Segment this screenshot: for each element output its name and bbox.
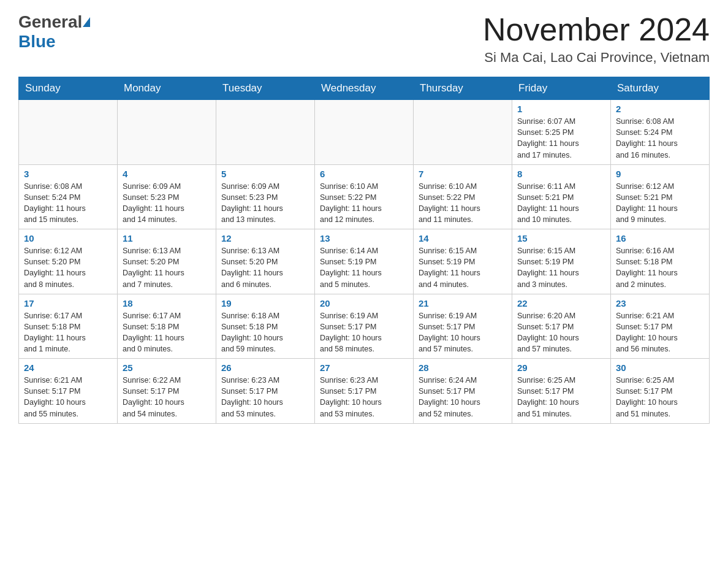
calendar-cell: 27Sunrise: 6:23 AM Sunset: 5:17 PM Dayli… <box>315 359 414 424</box>
calendar-cell: 17Sunrise: 6:17 AM Sunset: 5:18 PM Dayli… <box>19 294 118 359</box>
day-number: 6 <box>320 169 408 179</box>
day-number: 21 <box>419 298 507 308</box>
calendar-cell: 29Sunrise: 6:25 AM Sunset: 5:17 PM Dayli… <box>512 359 611 424</box>
day-number: 26 <box>221 362 309 373</box>
day-info: Sunrise: 6:15 AM Sunset: 5:19 PM Dayligh… <box>419 245 507 290</box>
calendar-cell: 9Sunrise: 6:12 AM Sunset: 5:21 PM Daylig… <box>611 164 710 229</box>
day-number: 23 <box>616 298 704 308</box>
weekday-header-saturday: Saturday <box>611 77 710 100</box>
calendar-header-row: SundayMondayTuesdayWednesdayThursdayFrid… <box>19 77 710 100</box>
day-number: 14 <box>419 233 507 243</box>
week-row-3: 10Sunrise: 6:12 AM Sunset: 5:20 PM Dayli… <box>19 229 710 294</box>
calendar-cell: 26Sunrise: 6:23 AM Sunset: 5:17 PM Dayli… <box>216 359 315 424</box>
day-number: 29 <box>517 362 605 373</box>
day-info: Sunrise: 6:07 AM Sunset: 5:25 PM Dayligh… <box>517 116 605 161</box>
weekday-header-tuesday: Tuesday <box>216 77 315 100</box>
calendar-cell: 15Sunrise: 6:15 AM Sunset: 5:19 PM Dayli… <box>512 229 611 294</box>
logo: General Blue <box>18 12 90 52</box>
calendar-cell <box>216 100 315 165</box>
day-number: 2 <box>616 104 704 114</box>
weekday-header-monday: Monday <box>118 77 216 100</box>
day-number: 17 <box>24 298 112 308</box>
calendar-cell: 1Sunrise: 6:07 AM Sunset: 5:25 PM Daylig… <box>512 100 611 165</box>
calendar-cell: 21Sunrise: 6:19 AM Sunset: 5:17 PM Dayli… <box>414 294 512 359</box>
calendar-cell: 4Sunrise: 6:09 AM Sunset: 5:23 PM Daylig… <box>118 164 216 229</box>
calendar-cell: 6Sunrise: 6:10 AM Sunset: 5:22 PM Daylig… <box>315 164 414 229</box>
weekday-header-wednesday: Wednesday <box>315 77 414 100</box>
calendar-cell: 5Sunrise: 6:09 AM Sunset: 5:23 PM Daylig… <box>216 164 315 229</box>
day-info: Sunrise: 6:10 AM Sunset: 5:22 PM Dayligh… <box>419 181 507 226</box>
day-number: 8 <box>517 169 605 179</box>
day-info: Sunrise: 6:24 AM Sunset: 5:17 PM Dayligh… <box>419 375 507 419</box>
calendar-cell: 18Sunrise: 6:17 AM Sunset: 5:18 PM Dayli… <box>118 294 216 359</box>
calendar-cell <box>315 100 414 165</box>
logo-general: General <box>18 12 82 32</box>
calendar-cell: 3Sunrise: 6:08 AM Sunset: 5:24 PM Daylig… <box>19 164 118 229</box>
day-info: Sunrise: 6:21 AM Sunset: 5:17 PM Dayligh… <box>616 310 704 355</box>
day-number: 27 <box>320 362 408 373</box>
calendar-table: SundayMondayTuesdayWednesdayThursdayFrid… <box>18 77 710 424</box>
calendar-cell: 14Sunrise: 6:15 AM Sunset: 5:19 PM Dayli… <box>414 229 512 294</box>
day-info: Sunrise: 6:17 AM Sunset: 5:18 PM Dayligh… <box>123 310 211 355</box>
logo-arrow-icon <box>83 17 90 27</box>
day-info: Sunrise: 6:08 AM Sunset: 5:24 PM Dayligh… <box>24 181 112 226</box>
calendar-cell: 10Sunrise: 6:12 AM Sunset: 5:20 PM Dayli… <box>19 229 118 294</box>
title-section: November 2024 Si Ma Cai, Lao Cai Provinc… <box>483 12 710 66</box>
day-number: 11 <box>123 233 211 243</box>
calendar-cell: 22Sunrise: 6:20 AM Sunset: 5:17 PM Dayli… <box>512 294 611 359</box>
day-number: 24 <box>24 362 112 373</box>
month-title: November 2024 <box>483 12 710 47</box>
calendar-cell: 13Sunrise: 6:14 AM Sunset: 5:19 PM Dayli… <box>315 229 414 294</box>
day-info: Sunrise: 6:11 AM Sunset: 5:21 PM Dayligh… <box>517 181 605 226</box>
location-subtitle: Si Ma Cai, Lao Cai Province, Vietnam <box>483 50 710 66</box>
day-info: Sunrise: 6:15 AM Sunset: 5:19 PM Dayligh… <box>517 245 605 290</box>
day-info: Sunrise: 6:20 AM Sunset: 5:17 PM Dayligh… <box>517 310 605 355</box>
day-info: Sunrise: 6:12 AM Sunset: 5:21 PM Dayligh… <box>616 181 704 226</box>
weekday-header-thursday: Thursday <box>414 77 512 100</box>
day-number: 28 <box>419 362 507 373</box>
calendar-cell: 20Sunrise: 6:19 AM Sunset: 5:17 PM Dayli… <box>315 294 414 359</box>
day-info: Sunrise: 6:09 AM Sunset: 5:23 PM Dayligh… <box>123 181 211 226</box>
calendar-cell: 23Sunrise: 6:21 AM Sunset: 5:17 PM Dayli… <box>611 294 710 359</box>
day-info: Sunrise: 6:08 AM Sunset: 5:24 PM Dayligh… <box>616 116 704 161</box>
week-row-1: 1Sunrise: 6:07 AM Sunset: 5:25 PM Daylig… <box>19 100 710 165</box>
calendar-cell <box>414 100 512 165</box>
weekday-header-friday: Friday <box>512 77 611 100</box>
day-info: Sunrise: 6:19 AM Sunset: 5:17 PM Dayligh… <box>419 310 507 355</box>
calendar-cell: 8Sunrise: 6:11 AM Sunset: 5:21 PM Daylig… <box>512 164 611 229</box>
day-number: 25 <box>123 362 211 373</box>
calendar-cell <box>118 100 216 165</box>
day-number: 7 <box>419 169 507 179</box>
calendar-cell: 2Sunrise: 6:08 AM Sunset: 5:24 PM Daylig… <box>611 100 710 165</box>
calendar-cell: 19Sunrise: 6:18 AM Sunset: 5:18 PM Dayli… <box>216 294 315 359</box>
day-info: Sunrise: 6:14 AM Sunset: 5:19 PM Dayligh… <box>320 245 408 290</box>
day-info: Sunrise: 6:16 AM Sunset: 5:18 PM Dayligh… <box>616 245 704 290</box>
day-number: 15 <box>517 233 605 243</box>
day-number: 9 <box>616 169 704 179</box>
day-number: 18 <box>123 298 211 308</box>
day-info: Sunrise: 6:13 AM Sunset: 5:20 PM Dayligh… <box>123 245 211 290</box>
day-info: Sunrise: 6:12 AM Sunset: 5:20 PM Dayligh… <box>24 245 112 290</box>
week-row-4: 17Sunrise: 6:17 AM Sunset: 5:18 PM Dayli… <box>19 294 710 359</box>
calendar-cell: 28Sunrise: 6:24 AM Sunset: 5:17 PM Dayli… <box>414 359 512 424</box>
day-info: Sunrise: 6:10 AM Sunset: 5:22 PM Dayligh… <box>320 181 408 226</box>
week-row-5: 24Sunrise: 6:21 AM Sunset: 5:17 PM Dayli… <box>19 359 710 424</box>
calendar-cell: 25Sunrise: 6:22 AM Sunset: 5:17 PM Dayli… <box>118 359 216 424</box>
calendar-cell: 12Sunrise: 6:13 AM Sunset: 5:20 PM Dayli… <box>216 229 315 294</box>
logo-blue: Blue <box>18 32 56 51</box>
day-number: 4 <box>123 169 211 179</box>
day-number: 3 <box>24 169 112 179</box>
calendar-cell: 24Sunrise: 6:21 AM Sunset: 5:17 PM Dayli… <box>19 359 118 424</box>
calendar-cell: 16Sunrise: 6:16 AM Sunset: 5:18 PM Dayli… <box>611 229 710 294</box>
day-number: 22 <box>517 298 605 308</box>
weekday-header-sunday: Sunday <box>19 77 118 100</box>
day-info: Sunrise: 6:23 AM Sunset: 5:17 PM Dayligh… <box>221 375 309 419</box>
day-info: Sunrise: 6:25 AM Sunset: 5:17 PM Dayligh… <box>616 375 704 419</box>
day-info: Sunrise: 6:17 AM Sunset: 5:18 PM Dayligh… <box>24 310 112 355</box>
day-number: 1 <box>517 104 605 114</box>
day-info: Sunrise: 6:19 AM Sunset: 5:17 PM Dayligh… <box>320 310 408 355</box>
day-info: Sunrise: 6:23 AM Sunset: 5:17 PM Dayligh… <box>320 375 408 419</box>
day-number: 30 <box>616 362 704 373</box>
day-number: 20 <box>320 298 408 308</box>
day-info: Sunrise: 6:25 AM Sunset: 5:17 PM Dayligh… <box>517 375 605 419</box>
